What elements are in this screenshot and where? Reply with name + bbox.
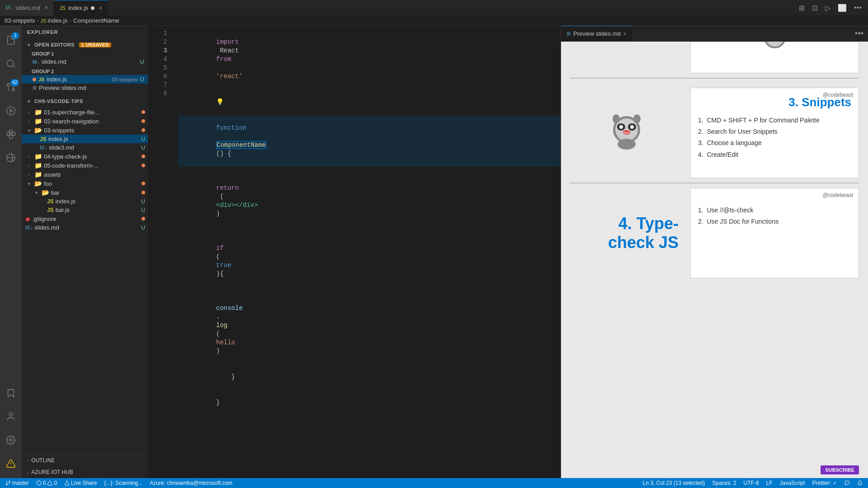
run-icon[interactable]: ▷: [823, 3, 832, 13]
split-view-icon[interactable]: ⬜: [836, 3, 849, 13]
open-file-index-js[interactable]: JS index.js 03-snippets U: [22, 75, 148, 84]
preview-tab-close[interactable]: ×: [623, 31, 627, 37]
tree-item-bar[interactable]: ▾ 📂 bar: [22, 188, 148, 197]
live-share-icon: [64, 480, 70, 486]
tree-item-slides-root[interactable]: M↓ slides.md U: [22, 223, 148, 232]
mascot-3-svg: DEV: [606, 113, 647, 153]
activity-icon-account[interactable]: [0, 406, 22, 427]
open-editors-header[interactable]: ▾ OPEN EDITORS 1 UNSAVED: [22, 40, 148, 49]
tree-item-index-js[interactable]: JS index.js U: [22, 135, 148, 143]
position-text: Ln 3, Col 23 (13 selected): [643, 480, 705, 486]
activity-icon-files[interactable]: 1: [0, 29, 22, 51]
chevron-bar: ▾: [33, 190, 40, 195]
tab-index-js[interactable]: JS index.js ×: [54, 0, 108, 16]
outline-label: OUTLINE: [31, 457, 55, 464]
folder-icon-02: 📁: [34, 117, 42, 125]
tree-item-foo[interactable]: ▾ 📂 foo: [22, 179, 148, 188]
workspace-label: CH9-VSCODE-TIPS: [34, 99, 83, 104]
kw-true: true: [216, 262, 231, 269]
svg-point-36: [9, 481, 10, 483]
workspace-header[interactable]: ▾ CH9-VSCODE-TIPS: [22, 97, 148, 106]
breadcrumb-file[interactable]: index.js: [47, 17, 67, 24]
open-file-slides-md[interactable]: M↓ slides.md U: [22, 57, 148, 66]
breadcrumb-folder[interactable]: 03-snippets: [5, 17, 35, 24]
activity-icon-settings[interactable]: [0, 429, 22, 451]
tree-item-bar-js[interactable]: JS bar.js U: [22, 206, 148, 214]
layout-icon[interactable]: ⊡: [810, 3, 820, 13]
line-num-4: 4: [148, 55, 167, 64]
tree-item-02[interactable]: › 📁 02-search-navigation: [22, 117, 148, 126]
activity-icon-warning[interactable]: [0, 453, 22, 474]
line-ending-text: LF: [766, 480, 773, 486]
code-editor[interactable]: 1 2 3 4 5 6 7 8 import React from 'react…: [148, 26, 561, 478]
md-file-icon: M↓: [33, 59, 39, 65]
more-actions-icon[interactable]: •••: [852, 3, 863, 13]
js-icon-bar-js: JS: [47, 207, 54, 213]
slide-4-list: 1. Use //@ts-check 2. Use JS Doc for Fun…: [698, 205, 851, 227]
slide-3-left: DEV: [570, 103, 683, 162]
kw-function: function: [216, 124, 246, 131]
tree-item-bar-index[interactable]: JS index.js U: [22, 197, 148, 206]
activity-icon-debug[interactable]: [0, 100, 22, 122]
subscribe-button[interactable]: SUBSCRIBE: [821, 465, 859, 474]
breadcrumb-symbol[interactable]: ComponentName: [73, 17, 119, 24]
workspace-chevron: ▾: [25, 99, 33, 104]
status-spaces[interactable]: Spaces: 2: [710, 478, 738, 488]
status-notifications[interactable]: [855, 478, 864, 488]
split-editor-icon[interactable]: ⊞: [797, 3, 807, 13]
sidebar-outline[interactable]: › OUTLINE: [22, 455, 148, 466]
status-errors[interactable]: 0 0: [34, 478, 59, 488]
slide-3-container: DEV @codebeast 3. Snippets 1. CMD + SHIF…: [561, 83, 868, 183]
tree-item-01[interactable]: › 📁 01-supercharge-file...: [22, 108, 148, 117]
open-editors-label: OPEN EDITORS: [34, 42, 75, 47]
js-icon: JS: [59, 5, 66, 11]
dot-foo: [142, 182, 145, 185]
spaces-text: Spaces: 2: [712, 480, 736, 486]
preview-content[interactable]: DEV @codebeast 3. Snippets 1. CMD + SHIF…: [561, 42, 868, 478]
status-position[interactable]: Ln 3, Col 23 (13 selected): [641, 478, 707, 488]
activity-icon-extensions[interactable]: [0, 123, 22, 145]
tree-item-slide3[interactable]: M↓ slide3.md U: [22, 143, 148, 152]
svg-point-14: [9, 439, 12, 441]
tree-item-05[interactable]: › 📁 05-code-transform-...: [22, 161, 148, 170]
preview-tab[interactable]: ⊞ Preview slides.md ×: [561, 26, 632, 42]
if-paren: (: [216, 253, 220, 260]
kw-import: import: [216, 38, 239, 46]
slide-4-card: @codebeast 1. Use //@ts-check 2. Use JS …: [690, 188, 859, 278]
status-azure[interactable]: Azure: chnwamba@microsoft.com: [148, 478, 234, 488]
preview-tab-label: Preview slides.md: [573, 30, 621, 37]
slide-top-partial: [561, 42, 868, 73]
tree-item-assets[interactable]: › 📁 assets: [22, 170, 148, 179]
status-encoding[interactable]: UTF-8: [742, 478, 761, 488]
preview-more-icon[interactable]: •••: [855, 29, 868, 38]
feedback-icon: [844, 480, 850, 486]
chevron-01: ›: [25, 110, 33, 115]
chevron-04: ›: [25, 154, 33, 159]
code-line-8: }: [178, 390, 561, 416]
tab-slides-md[interactable]: M↓ slides.md ×: [0, 0, 54, 16]
azure-account-text: Azure: chnwamba@microsoft.com: [150, 480, 232, 486]
space-fn: [216, 133, 220, 140]
tree-item-gitignore[interactable]: ◆ .gitignore: [22, 214, 148, 223]
activity-icon-search[interactable]: [0, 53, 22, 75]
status-branch[interactable]: master: [4, 478, 31, 488]
status-line-ending[interactable]: LF: [764, 478, 774, 488]
status-feedback[interactable]: [843, 478, 852, 488]
activity-icon-source-control[interactable]: 42: [0, 76, 22, 98]
tree-item-04[interactable]: › 📁 04-type-check-js: [22, 152, 148, 161]
open-file-preview[interactable]: ⊞ Preview slides.md: [22, 84, 148, 92]
source-control-badge: 42: [10, 79, 19, 86]
tree-item-03[interactable]: ▾ 📂 03-snippets: [22, 126, 148, 135]
activity-icon-remote[interactable]: [0, 147, 22, 169]
slide-4-left: 4. Type-check JS: [570, 205, 683, 261]
tab-close-icon[interactable]: ×: [45, 5, 48, 11]
status-prettier[interactable]: Prettier: ✓: [811, 478, 839, 488]
code-content[interactable]: import React from 'react' 💡 function Com…: [171, 26, 561, 478]
status-live-share[interactable]: Live Share: [62, 478, 99, 488]
sidebar-azure[interactable]: › AZURE IOT HUB: [22, 466, 148, 478]
slide-4-container: 4. Type-check JS @codebeast 1. Use //@ts…: [561, 183, 868, 283]
tab-close-js-icon[interactable]: ×: [99, 5, 102, 11]
status-language[interactable]: JavaScript: [778, 478, 807, 488]
dot-02: [142, 119, 145, 123]
activity-icon-bookmarks[interactable]: [0, 382, 22, 404]
